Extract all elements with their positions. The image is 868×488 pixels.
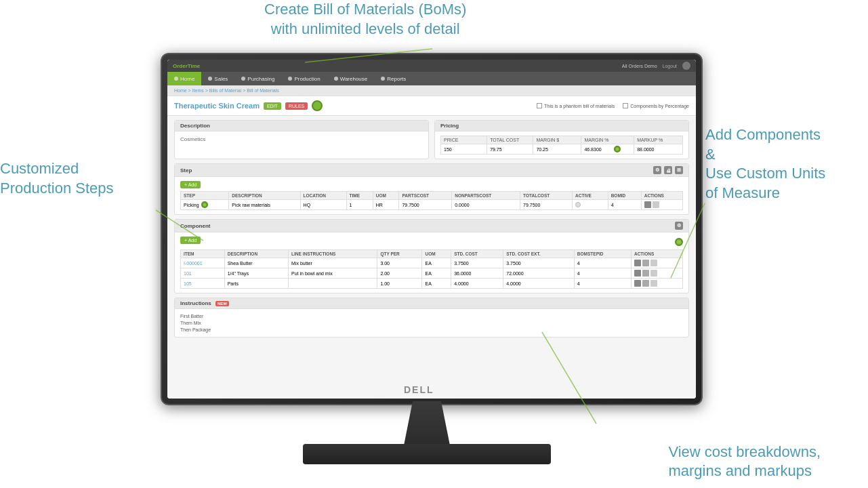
comp-qtyper-cell-3: 1.00 <box>377 279 422 289</box>
step-delete-icon[interactable] <box>653 201 659 208</box>
right-annotation-line1: Add Components <box>705 126 821 143</box>
comp-copy-icon-3[interactable] <box>642 280 649 287</box>
price-input[interactable] <box>444 147 484 152</box>
steps-header: Step ⚙ 🖨 ⊞ <box>175 164 688 177</box>
total-cost-header: TOTAL COST <box>487 136 533 144</box>
markup-pct-cell <box>634 144 683 155</box>
component-settings-icon[interactable]: ⚙ <box>675 222 683 230</box>
step-uom-col-header: UOM <box>373 192 399 200</box>
picking-indicator <box>201 201 208 208</box>
comp-delete-icon-3[interactable] <box>650 280 657 287</box>
comp-action-icons-1 <box>634 260 680 266</box>
instruction-line-3: Then Package <box>180 327 683 333</box>
right-annotation-line4: of Measure <box>705 184 780 201</box>
instructions-text: First Batter Them Mix Then Package <box>180 313 683 333</box>
left-annotation-line2: Production Steps <box>0 180 114 197</box>
comp-stdcostext-cell: 3.7500 <box>503 258 575 268</box>
nav-reports[interactable]: Reports <box>374 72 413 85</box>
rules-button[interactable]: RULES <box>285 102 308 110</box>
components-pct-checkbox[interactable] <box>623 103 628 108</box>
breadcrumb: Home > Items > Bills of Material > Bill … <box>167 85 696 96</box>
comp-edit-icon-3[interactable] <box>634 280 641 287</box>
components-pct-checkbox-label: Components by Percentage <box>623 103 689 108</box>
logout-link[interactable]: Logout <box>663 64 677 68</box>
nav-home[interactable]: Home <box>167 72 201 85</box>
comp-action-icons-2 <box>634 270 680 277</box>
comp-action-icons-3 <box>634 280 680 287</box>
phantom-checkbox[interactable] <box>537 103 542 108</box>
step-col-header: STEP <box>181 192 229 200</box>
comp-copy-icon-2[interactable] <box>642 270 649 277</box>
margin-pct-input[interactable] <box>584 147 612 152</box>
step-time-col-header: TIME <box>346 192 373 200</box>
step-partscost-col-header: PARTSCOST <box>399 192 452 200</box>
bottom-annotation: View cost breakdowns, margins and markup… <box>668 443 821 481</box>
steps-settings-icon[interactable]: ⚙ <box>653 166 661 174</box>
step-totalcost-col-header: TOTALCOST <box>520 192 573 200</box>
margin-pct-header: MARGIN % <box>581 136 634 144</box>
margin-dollar-cell <box>533 144 581 155</box>
gear-icon <box>288 77 292 81</box>
comp-uom-cell-3: EA <box>422 279 451 289</box>
comp-bomstepid-cell-2: 4 <box>574 268 631 279</box>
margin-dollar-input[interactable] <box>536 147 578 152</box>
nav-production[interactable]: Production <box>281 72 327 85</box>
description-content: Cosmetics <box>175 131 428 146</box>
comp-desc-col-header: DESCRIPTION <box>224 250 288 258</box>
top-bar-right: All Orders Demo Logout <box>622 62 690 70</box>
total-cost-input[interactable] <box>490 147 530 152</box>
top-annotation-line1: Create Bill of Materials (BoMs) <box>264 1 466 18</box>
edit-button[interactable]: EDIT <box>264 102 281 110</box>
component-header: Component ⚙ <box>175 220 688 232</box>
step-actions-cell <box>641 200 682 210</box>
markup-pct-input[interactable] <box>637 147 680 152</box>
steps-content: + Add STEP DESCRIPTION LOCATION TIME UOM <box>175 177 688 214</box>
table-row: 101 1/4" Trays Put in bowl and mix 2.00 … <box>181 268 683 279</box>
comp-bomstepid-cell-3: 4 <box>574 279 631 289</box>
component-add-button[interactable]: + Add <box>180 237 201 244</box>
pricing-section: Pricing PRICE TOTAL COST MARGIN $ <box>434 120 689 159</box>
step-loc-cell: HQ <box>300 200 346 210</box>
active-indicator <box>312 100 323 111</box>
comp-edit-icon-1[interactable] <box>634 260 641 266</box>
header-checkboxes: This is a phantom bill of materials Comp… <box>537 103 689 108</box>
settings-icon[interactable] <box>682 62 690 70</box>
comp-delete-icon-1[interactable] <box>650 260 657 266</box>
tag-icon <box>208 77 212 81</box>
comp-edit-icon-2[interactable] <box>634 270 641 277</box>
pricing-table: PRICE TOTAL COST MARGIN $ MARGIN % MARKU… <box>440 136 683 155</box>
steps-section: Step ⚙ 🖨 ⊞ + Add <box>174 163 689 215</box>
nav-purchasing[interactable]: Purchasing <box>234 72 281 85</box>
app-ui: OrderTime All Orders Demo Logout Home <box>167 60 696 399</box>
comp-desc-cell-2: 1/4" Trays <box>224 268 288 279</box>
dell-logo: DELL <box>404 384 434 395</box>
comp-actions-cell <box>631 258 682 268</box>
comp-stdcostext-cell-3: 4.0000 <box>503 279 575 289</box>
nav-sales[interactable]: Sales <box>201 72 234 85</box>
nav-warehouse[interactable]: Warehouse <box>327 72 375 85</box>
comp-bomstepid-cell: 4 <box>574 258 631 268</box>
comp-lineinstr-cell: Mix butter <box>289 258 377 268</box>
comp-stdcost-cell-2: 36.0000 <box>451 268 503 279</box>
description-section: Description Cosmetics <box>174 120 429 159</box>
steps-print-icon[interactable]: 🖨 <box>664 166 672 174</box>
comp-delete-icon-2[interactable] <box>650 270 657 277</box>
pricing-header: Pricing <box>435 121 688 131</box>
instruction-line-2: Them Mix <box>180 320 683 327</box>
instructions-content: First Batter Them Mix Then Package <box>175 309 688 337</box>
steps-expand-icon[interactable]: ⊞ <box>675 166 683 174</box>
instructions-header: Instructions NEW <box>175 298 688 309</box>
comp-copy-icon-1[interactable] <box>642 260 649 266</box>
steps-add-button[interactable]: + Add <box>180 181 201 188</box>
breadcrumb-text: Home > Items > Bills of Material > Bill … <box>174 88 279 93</box>
top-annotation: Create Bill of Materials (BoMs) with unl… <box>264 0 466 39</box>
steps-table: STEP DESCRIPTION LOCATION TIME UOM PARTS… <box>180 191 683 210</box>
component-table: ITEM DESCRIPTION LINE INSTRUCTIONS QTY P… <box>180 249 683 289</box>
step-edit-icon[interactable] <box>644 201 651 208</box>
top-annotation-line2: with unlimited levels of detail <box>271 20 460 37</box>
description-value: Cosmetics <box>180 136 205 142</box>
left-annotation-line1: Customized <box>0 160 79 177</box>
nav-bar: Home Sales Purchasing Production <box>167 72 696 85</box>
comp-uom-col-header: UOM <box>422 250 451 258</box>
top-bar: OrderTime All Orders Demo Logout <box>167 60 696 72</box>
